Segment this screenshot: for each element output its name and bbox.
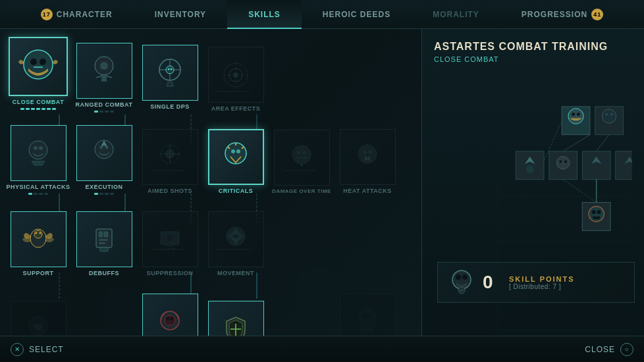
close-icon: ○	[620, 343, 633, 356]
debuffs-icon	[84, 220, 124, 259]
detail-title: Astartes Combat Training	[434, 41, 632, 53]
svg-rect-117	[616, 151, 632, 180]
nav-character[interactable]: 17 Character	[20, 0, 134, 29]
movement-icon	[216, 220, 255, 259]
svg-point-37	[168, 68, 170, 70]
skill-execution[interactable]: Execution	[71, 118, 137, 200]
nav-progression-label: Progression	[522, 10, 587, 19]
svg-point-69	[36, 232, 38, 234]
svg-rect-32	[101, 75, 107, 82]
criticals-icon	[216, 138, 255, 177]
svg-point-31	[100, 62, 108, 70]
svg-point-116	[593, 165, 601, 173]
close-label: Close	[585, 345, 615, 354]
close-combat-icon	[15, 43, 61, 90]
svg-point-38	[171, 68, 173, 70]
svg-point-36	[166, 66, 174, 74]
single-dps-icon	[150, 53, 190, 93]
svg-point-57	[236, 149, 240, 153]
detail-subtitle: Close Combat	[434, 55, 632, 63]
skill-tree-detail	[434, 74, 632, 357]
close-combat-label: Close Combat	[13, 99, 64, 106]
skill-single-dps[interactable]: Single DPS	[137, 36, 203, 118]
dot-icon	[282, 138, 321, 178]
nav-progression[interactable]: Progression 41	[500, 0, 624, 29]
svg-point-113	[564, 160, 567, 163]
svg-point-61	[292, 145, 311, 164]
select-icon: ✕	[11, 343, 24, 356]
skill-close-combat[interactable]: Close Combat	[5, 36, 71, 118]
empty-cell-r2c5	[335, 200, 400, 282]
nav-skills-label: Skills	[248, 10, 281, 19]
svg-point-101	[572, 113, 575, 116]
skill-ranged-combat[interactable]: Ranged Combat	[71, 36, 137, 118]
svg-point-66	[369, 150, 372, 153]
skill-debuffs[interactable]: Debuffs	[71, 200, 137, 282]
physical-attacks-dots	[28, 193, 48, 195]
svg-point-78	[166, 234, 174, 242]
select-label: Select	[29, 345, 64, 354]
nav-bar: 17 Character Inventory Skills Heroic Dee…	[0, 0, 644, 29]
execution-dots	[94, 193, 114, 195]
svg-point-28	[30, 59, 37, 65]
skill-criticals[interactable]: Criticals	[203, 118, 269, 200]
svg-point-70	[40, 232, 41, 234]
svg-point-98	[369, 314, 371, 317]
svg-line-127	[563, 180, 596, 203]
select-button[interactable]: ✕ Select	[11, 343, 64, 356]
aimed-shots-icon	[150, 138, 190, 177]
nav-inventory[interactable]: Inventory	[134, 0, 227, 29]
skill-area-effects[interactable]: Area Effects	[203, 36, 269, 118]
svg-point-64	[358, 145, 377, 163]
suppression-icon	[150, 220, 190, 259]
ranged-combat-label: Ranged Combat	[76, 101, 133, 109]
detail-panel: Astartes Combat Training Close Combat	[421, 29, 644, 336]
nav-character-label: Character	[57, 10, 113, 19]
svg-point-45	[34, 146, 38, 150]
svg-point-109	[526, 165, 534, 173]
skills-panel: Close Combat Ranged Combat	[0, 29, 421, 336]
nav-morality-label: Morality	[433, 10, 479, 19]
skill-aimed-shots[interactable]: Aimed Shots	[137, 118, 203, 200]
close-combat-dots	[20, 108, 56, 110]
criticals-label: Criticals	[219, 188, 254, 195]
svg-rect-72	[99, 232, 103, 237]
heat-attacks-label: Heat Attacks	[343, 188, 392, 195]
svg-point-44	[29, 141, 47, 159]
execution-icon	[84, 134, 124, 173]
svg-rect-107	[516, 151, 544, 180]
skill-points-text: SKILL POINTS [ Distributed: 7 ]	[509, 275, 575, 290]
skill-movement[interactable]: Movement	[203, 200, 269, 282]
svg-point-102	[577, 113, 580, 116]
area-effects-icon	[216, 55, 255, 95]
ranged-combat-dots	[94, 111, 114, 113]
nav-skills[interactable]: Skills	[227, 0, 302, 29]
svg-line-125	[597, 135, 609, 151]
skill-damage-over-time[interactable]: Damage over Time	[269, 118, 335, 200]
close-button[interactable]: Close ○	[585, 343, 633, 356]
skill-physical-attacks[interactable]: Physical Attacks	[5, 118, 71, 200]
svg-rect-114	[582, 151, 610, 180]
skill-points-count: 0	[483, 272, 502, 293]
progression-badge: 41	[591, 9, 603, 20]
svg-rect-76	[100, 247, 108, 251]
debuffs-label: Debuffs	[89, 270, 119, 277]
svg-line-124	[563, 135, 590, 151]
svg-point-46	[39, 146, 43, 150]
physical-attacks-icon	[18, 134, 58, 173]
skill-points-distributed: [ Distributed: 7 ]	[509, 283, 575, 290]
skill-suppression[interactable]: Suppression	[137, 200, 203, 282]
damage-over-time-label: Damage over Time	[272, 188, 331, 195]
svg-point-104	[602, 109, 616, 123]
skill-points-display: 0 SKILL POINTS [ Distributed: 7 ]	[437, 262, 635, 303]
nav-heroic-deeds[interactable]: Heroic Deeds	[302, 0, 412, 29]
skill-heat-attacks[interactable]: Heat Attacks	[335, 118, 400, 200]
support-icon	[18, 220, 58, 259]
single-dps-label: Single DPS	[150, 103, 190, 111]
suppression-label: Suppression	[147, 270, 194, 277]
skill-support[interactable]: Support	[5, 200, 71, 282]
ranged-combat-icon	[84, 51, 124, 91]
svg-point-120	[589, 206, 604, 221]
bottom-bar: ✕ Select Close ○	[0, 336, 644, 362]
svg-point-111	[556, 157, 569, 169]
